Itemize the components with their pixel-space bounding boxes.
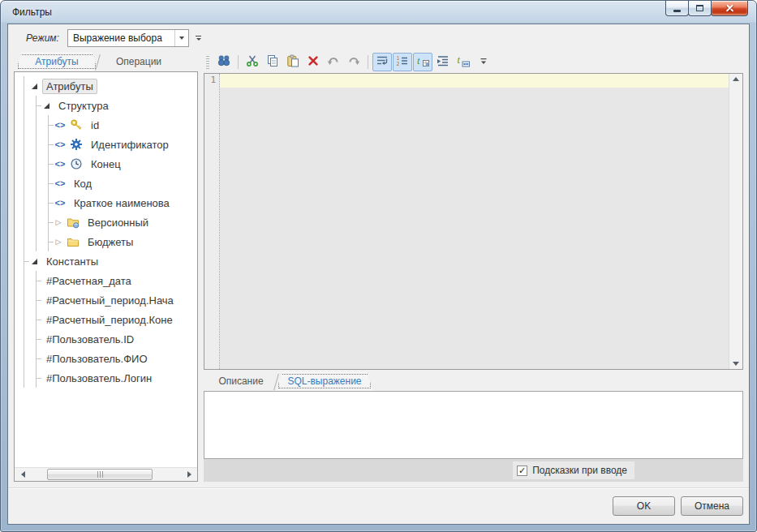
sql-expression-area[interactable]	[204, 391, 743, 459]
expander-expanded-icon[interactable]	[30, 257, 38, 265]
toolbar-overflow-button[interactable]	[474, 53, 493, 71]
key-icon	[70, 118, 83, 131]
tree-item[interactable]: Константы	[24, 251, 196, 271]
scroll-right-button[interactable]	[183, 468, 196, 481]
svg-text:2: 2	[397, 61, 400, 67]
cut-button[interactable]	[243, 53, 262, 71]
scroll-up-icon[interactable]	[733, 77, 739, 81]
toolbar-overflow-icon	[477, 54, 490, 70]
highlight-syntax-button[interactable]: t	[413, 53, 432, 71]
tree-item[interactable]: Атрибуты	[24, 76, 196, 96]
vertical-scrollbar[interactable]	[729, 74, 742, 369]
right-panel: 12tt 1 ОписаниеSQL-выражение	[204, 51, 743, 482]
undo-button[interactable]	[324, 53, 343, 71]
triangle-right-icon	[187, 471, 191, 478]
current-line-highlight	[220, 74, 729, 88]
combobox-dropdown-button[interactable]	[174, 30, 188, 46]
paste-button[interactable]	[283, 53, 303, 71]
ok-button[interactable]: OK	[613, 496, 675, 516]
tree-item[interactable]: #Расчетный_период.Коне	[37, 310, 196, 329]
word-wrap-button[interactable]	[372, 53, 392, 71]
tree-item[interactable]: ▷Версионный	[49, 212, 196, 232]
tree-item[interactable]: <>Конец	[49, 154, 196, 174]
triangle-left-icon	[21, 471, 25, 478]
tree-item-label[interactable]: Версионный	[84, 215, 153, 230]
toolbar-grip[interactable]	[206, 56, 209, 69]
expander-expanded-icon[interactable]	[30, 82, 38, 90]
auto-format-button[interactable]	[433, 53, 453, 71]
tab-first-active[interactable]: Атрибуты	[15, 52, 98, 71]
copy-icon	[266, 54, 279, 70]
insert-template-button[interactable]: t	[454, 53, 473, 71]
tree-item-label[interactable]: Идентификатор	[87, 137, 173, 152]
attributes-tree[interactable]: АтрибутыСтруктура<>id<>Идентификатор<>Ко…	[15, 72, 197, 467]
find-button[interactable]	[214, 53, 234, 71]
mode-label: Режим:	[26, 32, 59, 44]
tree-item[interactable]: ▷Бюджеты	[49, 232, 196, 251]
word-wrap-icon	[376, 54, 389, 70]
dialog-body: Режим: Выражение выбора АтрибутыОперации…	[7, 24, 750, 525]
folder-version-icon	[67, 216, 80, 229]
redo-button[interactable]	[344, 53, 363, 71]
tree-item-label[interactable]: Код	[70, 176, 96, 191]
tab-first[interactable]: Описание	[205, 371, 277, 391]
delete-button[interactable]	[303, 53, 323, 71]
tree-item-label[interactable]: Атрибуты	[42, 79, 97, 94]
tree-item[interactable]: #Расчетный_период.Нача	[37, 290, 196, 310]
tree-item[interactable]: #Пользователь.ФИО	[37, 349, 196, 368]
gear-icon	[70, 138, 83, 151]
editor-text-area[interactable]	[220, 74, 729, 369]
mode-combobox[interactable]: Выражение выбора	[67, 29, 189, 47]
close-button[interactable]	[711, 1, 748, 16]
line-numbers-button[interactable]: 12	[393, 53, 412, 71]
tree-item-label[interactable]: id	[87, 118, 103, 133]
tree-item-label[interactable]: #Расчетный_период.Коне	[42, 312, 177, 328]
tree-item-label[interactable]: #Пользователь.ID	[42, 332, 138, 347]
tree-item[interactable]: #Расчетная_дата	[37, 271, 196, 290]
tree-item[interactable]: #Пользователь.Логин	[37, 368, 196, 388]
hints-checkbox-label-wrap[interactable]: ✓ Подсказки при вводе	[513, 461, 634, 479]
tree-item[interactable]: <>Код	[49, 174, 196, 193]
hints-checkbox[interactable]: ✓	[517, 466, 527, 476]
tree-item-label[interactable]: #Пользователь.ФИО	[42, 351, 152, 367]
tree-item[interactable]: Структура	[37, 96, 196, 115]
copy-button[interactable]	[263, 53, 282, 71]
tab-second[interactable]: Операции	[97, 52, 180, 71]
tree-item-label[interactable]: #Расчетный_период.Нача	[42, 293, 178, 308]
scroll-left-button[interactable]	[16, 468, 29, 481]
expander-expanded-icon[interactable]	[42, 101, 50, 109]
line-number: 1	[210, 75, 216, 85]
editor-toolbar: 12tt	[204, 51, 743, 73]
expander-collapsed-icon[interactable]: ▷	[54, 218, 62, 226]
svg-text:t: t	[417, 54, 420, 66]
scrollbar-thumb[interactable]	[47, 469, 153, 480]
left-tab-strip: АтрибутыОперации	[14, 51, 198, 71]
horizontal-scrollbar[interactable]	[15, 467, 197, 481]
mode-row: Режим: Выражение выбора	[8, 24, 749, 51]
tree-item[interactable]: <>Идентификатор	[49, 135, 196, 154]
maximize-button[interactable]	[688, 1, 712, 16]
expression-editor[interactable]: 1	[204, 73, 743, 370]
tree-item[interactable]: #Пользователь.ID	[37, 329, 196, 349]
expander-collapsed-icon[interactable]: ▷	[54, 238, 62, 246]
titlebar[interactable]: Фильтры	[1, 1, 756, 24]
main-area: АтрибутыОперации АтрибутыСтруктура<>id<>…	[14, 51, 743, 482]
tree-item-label[interactable]: #Пользователь.Логин	[42, 371, 156, 386]
scroll-down-icon[interactable]	[733, 362, 739, 366]
tree-item-label[interactable]: Константы	[42, 254, 102, 269]
dialog-window: Фильтры Режим: Выражение выбора	[0, 0, 757, 532]
delete-icon	[307, 54, 320, 70]
tab-second-active[interactable]: SQL-выражение	[276, 371, 373, 391]
cancel-button[interactable]: Отмена	[681, 496, 743, 516]
mode-toolbar-overflow-button[interactable]	[193, 36, 204, 41]
tree-item-label[interactable]: Структура	[54, 98, 113, 114]
tree-item-label[interactable]: Краткое наименова	[70, 195, 174, 211]
tree-item[interactable]: <>id	[49, 115, 196, 135]
minimize-button[interactable]	[665, 1, 689, 16]
tree-item-label[interactable]: #Расчетная_дата	[42, 273, 135, 289]
tree-item[interactable]: <>Краткое наименова	[49, 193, 196, 212]
folder-icon	[67, 235, 80, 248]
tree-item-label[interactable]: Конец	[87, 157, 125, 172]
tree-item-label[interactable]: Бюджеты	[84, 234, 137, 250]
indent-icon	[437, 54, 449, 70]
